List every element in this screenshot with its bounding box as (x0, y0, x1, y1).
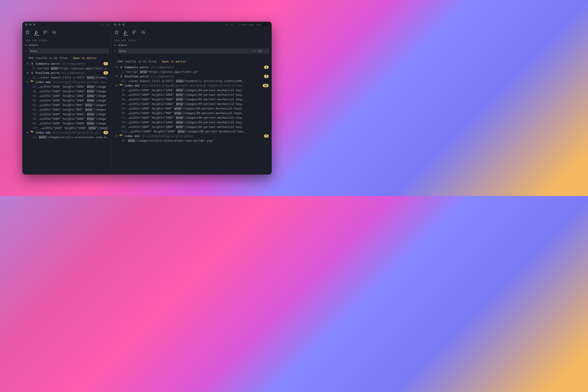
close-dot[interactable] (25, 24, 27, 26)
run-debug-icon[interactable] (123, 30, 128, 36)
line-number: 54: (121, 107, 126, 110)
chat-icon[interactable] (141, 30, 145, 35)
chevron-down-icon (26, 62, 29, 65)
search-result-line[interactable]: 32:…width="1600" height="1066" src="/ima… (111, 88, 272, 92)
line-text: …width="1600" height="1066" src="/image (39, 85, 106, 88)
search-result-line[interactable]: 78:…width="1600" height="1066" src="/ima… (111, 120, 272, 124)
open-in-editor-link[interactable]: Open in editor (162, 60, 186, 63)
line-number: 90: (32, 122, 37, 125)
search-result-line[interactable]: 65:…width="1600" height="900" src="/imag… (111, 111, 272, 115)
file-group-header[interactable]: MDXindex.mdx src/content/blog/acrylic-pl… (111, 134, 272, 138)
file-group-header[interactable]: PostItem.astro src/components1 (22, 70, 111, 75)
search-result-line[interactable]: 2:<script src="https://giscus.app/client… (111, 70, 272, 74)
search-result-line[interactable]: 113:…width="1600" height="1000" src="/im… (111, 129, 272, 134)
search-result-line[interactable]: 72:…width="1600" height="1066" src="/ima… (22, 112, 111, 116)
svg-rect-15 (133, 31, 134, 32)
search-result-line[interactable]: 41:src="/images/acrylic-plate/plate-case… (22, 135, 111, 140)
traffic-lights (25, 24, 36, 26)
results-count: 490 results in 61 files - (117, 60, 162, 63)
editor-window-right: ← → settings.jso ··· RUN AND DEBUG (111, 22, 272, 174)
chevron-down-icon (26, 131, 29, 134)
more-icon[interactable]: ··· (261, 30, 269, 34)
search-expand-icon[interactable] (25, 50, 27, 52)
explorer-icon[interactable] (114, 30, 119, 35)
line-text: …width="1600" height="1066" src="/images… (128, 116, 243, 119)
search-result-line[interactable]: 41:src="/images/acrylic-plate/plate-case… (111, 138, 272, 143)
file-name: PostItem.astro (36, 71, 60, 74)
line-text: …width="1600" height="1066" src="/images… (128, 120, 243, 124)
file-group-header[interactable]: PostItem.astro src/components1 (111, 74, 272, 79)
search-input[interactable]: src= (29, 48, 109, 54)
chevron-down-icon (26, 72, 29, 74)
match-count-badge: 1 (104, 62, 108, 65)
search-result-line[interactable]: 50:…width="1600" height="1066" src="/ima… (22, 98, 111, 103)
maximize-dot[interactable] (122, 24, 125, 26)
search-result-line[interactable]: 54:…width="1600" height="900" src="/imag… (111, 106, 272, 111)
extensions-icon[interactable] (43, 30, 48, 35)
search-input[interactable]: src= Aa ab .* (117, 48, 269, 54)
run-debug-label: RUN AND DEBUG (22, 37, 111, 42)
open-in-editor-link[interactable]: Open in editor (73, 56, 97, 60)
line-text: src="/images/acrylic-plate/plate-case-bu… (39, 136, 108, 139)
search-result-line[interactable]: 113:…width="1600" height="1000" src="/im… (22, 126, 111, 130)
minimize-dot[interactable] (29, 24, 32, 26)
activity-bar: ··· (111, 28, 272, 37)
search-section-header[interactable]: SEARCH (22, 42, 111, 48)
match-word-toggle[interactable]: ab (258, 50, 262, 52)
line-number: 41: (32, 136, 37, 139)
search-result-line[interactable]: 54:…width="1600" height="900" src="/imag… (22, 103, 111, 107)
line-text: <script src="https://giscus.app/client.j… (37, 67, 108, 70)
chevron-down-icon (25, 44, 27, 46)
file-path: src/content/blog/60-percent-mechani (53, 80, 108, 84)
nav-forward-icon[interactable]: → (231, 23, 233, 27)
file-group-header[interactable]: MDXindex.mdx src/content/blog/60-percent… (111, 83, 272, 88)
search-result-line[interactable]: 46:…width="1600" height="1066" src="/ima… (111, 97, 272, 102)
search-result-line[interactable]: 2:<script src="https://giscus.app/client… (22, 66, 111, 70)
line-text: …width="1600" height="1066" src="/images… (128, 88, 243, 92)
search-result-line[interactable]: 90:…width="1600" height="1000" src="/ima… (22, 121, 111, 126)
search-query-text: src= (30, 50, 107, 53)
toggle-details-icon[interactable]: ··· (111, 54, 272, 58)
line-number: 78: (121, 120, 126, 124)
search-result-line[interactable]: 78:…width="1600" height="1066" src="/ima… (22, 116, 111, 121)
search-section-header[interactable]: SEARCH (111, 42, 272, 48)
line-number: 46: (32, 94, 37, 98)
match-case-toggle[interactable]: Aa (252, 50, 256, 52)
line-number: 90: (121, 125, 126, 128)
file-group-header[interactable]: Comments.astro src/components1 (22, 62, 111, 66)
svg-rect-18 (142, 31, 144, 32)
search-result-line[interactable]: 90:…width="1600" height="1000" src="/ima… (111, 124, 272, 129)
search-result-line[interactable]: 50:…width="1600" height="1066" src="/ima… (111, 102, 272, 106)
search-result-line[interactable]: 72:…width="1600" height="1066" src="/ima… (111, 115, 272, 120)
line-number: 32: (32, 85, 37, 88)
nav-back-icon[interactable]: ← (102, 23, 104, 27)
file-group-header[interactable]: Comments.astro src/components1 (111, 65, 272, 70)
line-text: …width="1600" height="1066" src="/images… (128, 102, 243, 106)
nav-back-icon[interactable]: ← (226, 23, 228, 27)
explorer-icon[interactable] (25, 30, 30, 35)
extensions-icon[interactable] (132, 30, 137, 35)
regex-toggle[interactable]: .* (264, 50, 268, 52)
search-result-line[interactable]: 46:…width="1600" height="1066" src="/ima… (22, 94, 111, 98)
command-input[interactable]: settings.jso (236, 22, 269, 27)
chat-icon[interactable] (52, 30, 57, 35)
search-result-line[interactable]: 65:…width="1600" height="900" src="/imag… (22, 107, 111, 112)
search-result-line[interactable]: 36:…width="1600" height="1066" src="/ima… (111, 92, 272, 97)
run-debug-icon[interactable] (34, 30, 39, 36)
maximize-dot[interactable] (33, 24, 36, 26)
titlebar: ← → settings.jso (111, 22, 272, 28)
search-result-line[interactable]: 21:…cover aspect-[3/2] w-full" src={thum… (111, 79, 272, 83)
chevron-down-icon (115, 84, 118, 87)
minimize-dot[interactable] (118, 24, 121, 26)
line-text: …width="1600" height="900" src="/images (39, 103, 106, 107)
search-result-line[interactable]: 36:…width="1600" height="1066" src="/ima… (22, 89, 111, 94)
search-expand-icon[interactable] (114, 50, 116, 52)
file-group-header[interactable]: MDXindex.mdx src/content/blog/60-percent… (22, 80, 111, 84)
search-result-line[interactable]: 21:…cover aspect-[3/2] w-full" src={thum… (22, 75, 111, 80)
close-dot[interactable] (114, 24, 116, 26)
search-result-line[interactable]: 32:…width="1600" height="1066" src="/ima… (22, 84, 111, 89)
nav-forward-icon[interactable]: → (107, 23, 109, 27)
line-number: 50: (121, 102, 126, 106)
file-group-header[interactable]: MDXindex.mdx src/content/blog/acrylic-pl… (22, 130, 111, 135)
line-number: 46: (121, 98, 126, 101)
